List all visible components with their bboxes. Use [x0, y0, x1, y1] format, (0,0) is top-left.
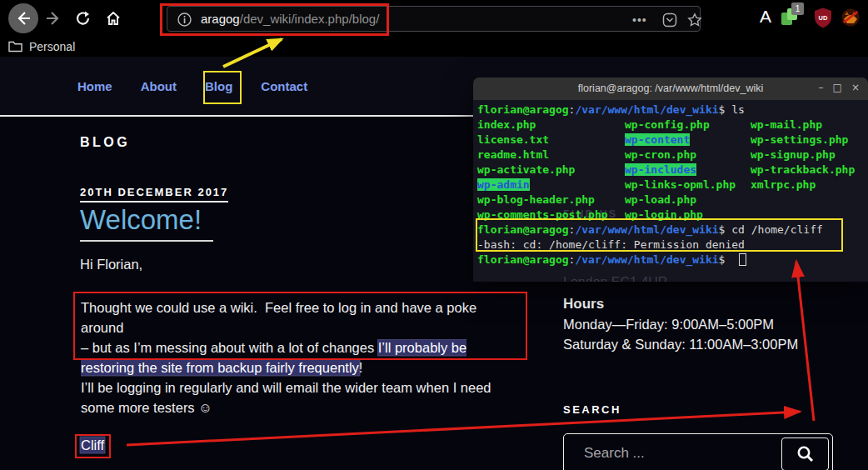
- command-ls: ls: [731, 103, 745, 116]
- terminal-dir-entry: wp-includes: [625, 163, 696, 176]
- reload-button[interactable]: [68, 3, 98, 33]
- site-info-icon[interactable]: [177, 12, 192, 27]
- browser-toolbar: aragog/dev_wiki/index.php/blog/ ••• A 1 …: [0, 0, 868, 37]
- terminal-file-entry: wp-settings.php: [751, 133, 848, 146]
- terminal-file-entry: index.php: [477, 118, 536, 131]
- terminal-file-entry: wp-blog-header.php: [477, 193, 595, 206]
- terminal-file-entry: readme.html: [477, 148, 549, 161]
- prompt-path: /var/www/html/dev_wiki: [575, 253, 718, 266]
- search-input[interactable]: [566, 436, 774, 470]
- terminal-error-line: -bash: cd: /home/cliff: Permission denie…: [477, 238, 745, 251]
- post-signature: Cliff: [81, 438, 104, 453]
- screenshot-root: aragog/dev_wiki/index.php/blog/ ••• A 1 …: [0, 0, 868, 470]
- terminal-dir-entry: wp-content: [625, 133, 690, 146]
- url-text: aragog/dev_wiki/index.php/blog/: [201, 12, 379, 26]
- post-greeting: Hi Florian,: [80, 257, 142, 272]
- terminal-body[interactable]: FIND US London EC1 4UR florian@aragog:/v…: [473, 100, 868, 282]
- hours-weekday: Monday—Friday: 9:00AM–5:00PM: [563, 317, 774, 332]
- nav-item-about[interactable]: About: [141, 79, 177, 93]
- post-paragraph-1: Thought we could use a wiki. Feel free t…: [81, 298, 521, 378]
- terminal-file-entry: wp-config.php: [625, 118, 710, 131]
- bookmark-personal[interactable]: Personal: [29, 40, 75, 53]
- page-title: BLOG: [80, 135, 130, 150]
- search-button[interactable]: [781, 438, 829, 470]
- terminal-file-entry: xmlrpc.php: [751, 178, 816, 191]
- reload-icon: [75, 10, 92, 27]
- ghost-address-text: London EC1 4UR: [563, 275, 667, 282]
- hours-weekend: Saturday & Sunday: 11:00AM–3:00PM: [563, 337, 798, 352]
- folder-icon: [8, 41, 22, 52]
- bookmark-star-icon[interactable]: [687, 12, 702, 28]
- terminal-dir-entry: wp-admin: [477, 178, 530, 191]
- paragraph-text: !: [359, 360, 363, 375]
- prompt-user: florian@aragog: [477, 103, 569, 116]
- prompt-path: /var/www/html/dev_wiki: [575, 103, 718, 116]
- back-arrow-icon: [15, 10, 32, 27]
- prompt-path: /var/www/html/dev_wiki: [575, 223, 718, 236]
- bookmarks-bar: Personal: [0, 37, 868, 57]
- foxyproxy-disabled-icon[interactable]: [841, 8, 861, 31]
- hours-widget-title: Hours: [563, 296, 604, 312]
- page-actions-icon[interactable]: •••: [632, 13, 647, 27]
- terminal-titlebar[interactable]: florian@aragog: /var/www/html/dev_wiki –…: [473, 78, 868, 100]
- search-box: [563, 433, 833, 470]
- minimize-button[interactable]: –: [819, 82, 824, 93]
- terminal-file-entry: wp-activate.php: [477, 163, 575, 176]
- terminal-file-entry: wp-signup.php: [751, 148, 836, 161]
- terminal-prompt-line: florian@aragog:/var/www/html/dev_wiki$ l…: [477, 103, 745, 116]
- forward-arrow-icon: [45, 10, 62, 27]
- url-host: aragog: [201, 12, 240, 26]
- forward-button[interactable]: [38, 3, 68, 33]
- back-button[interactable]: [8, 3, 38, 33]
- extension-badge: 1: [791, 2, 804, 15]
- close-button[interactable]: ×: [851, 82, 860, 93]
- terminal-file-entry: wp-trackback.php: [751, 163, 855, 176]
- url-bar[interactable]: aragog/dev_wiki/index.php/blog/ •••: [167, 6, 701, 32]
- terminal-cursor: [739, 253, 746, 266]
- terminal-file-entry: wp-load.php: [625, 193, 696, 206]
- maximize-button[interactable]: □: [833, 82, 842, 93]
- extension-a-icon[interactable]: A: [760, 7, 771, 27]
- home-button[interactable]: [98, 3, 128, 33]
- terminal-window[interactable]: florian@aragog: /var/www/html/dev_wiki –…: [473, 78, 868, 282]
- prompt-user: florian@aragog: [477, 223, 569, 236]
- terminal-file-entry: wp-mail.php: [751, 118, 822, 131]
- extension-shield-icon[interactable]: UD: [814, 8, 832, 32]
- terminal-file-entry: wp-cron.php: [625, 148, 696, 161]
- terminal-prompt-line: florian@aragog:/var/www/html/dev_wiki$ c…: [477, 223, 823, 236]
- search-widget-title: SEARCH: [563, 403, 621, 416]
- nav-item-blog[interactable]: Blog: [205, 79, 232, 93]
- terminal-file-entry: wp-comments-post.php: [477, 208, 608, 221]
- command-cd: cd /home/cliff: [731, 223, 823, 236]
- pocket-icon[interactable]: [662, 12, 677, 28]
- extension-green-icon[interactable]: 1: [781, 8, 801, 28]
- url-path: /dev_wiki/index.php/blog/: [240, 12, 380, 26]
- home-icon: [105, 10, 122, 27]
- prompt-user: florian@aragog: [477, 253, 569, 266]
- terminal-title: florian@aragog: /var/www/html/dev_wiki: [473, 82, 868, 94]
- post-title-link[interactable]: Welcome!: [80, 204, 213, 242]
- shield-label: UD: [819, 14, 828, 22]
- terminal-file-entry: license.txt: [477, 133, 549, 146]
- post-date-link[interactable]: 20TH DECEMBER 2017: [80, 186, 228, 202]
- search-icon: [796, 444, 816, 464]
- terminal-file-entry: wp-links-opml.php: [625, 178, 736, 191]
- post-paragraph-2: I’ll be logging in regularly and will em…: [81, 378, 521, 418]
- nav-item-home[interactable]: Home: [77, 79, 112, 93]
- terminal-prompt-line: florian@aragog:/var/www/html/dev_wiki$: [477, 253, 746, 266]
- selected-signature: Cliff: [81, 438, 104, 452]
- terminal-file-entry: wp-login.php: [625, 208, 703, 221]
- nav-item-contact[interactable]: Contact: [261, 79, 307, 93]
